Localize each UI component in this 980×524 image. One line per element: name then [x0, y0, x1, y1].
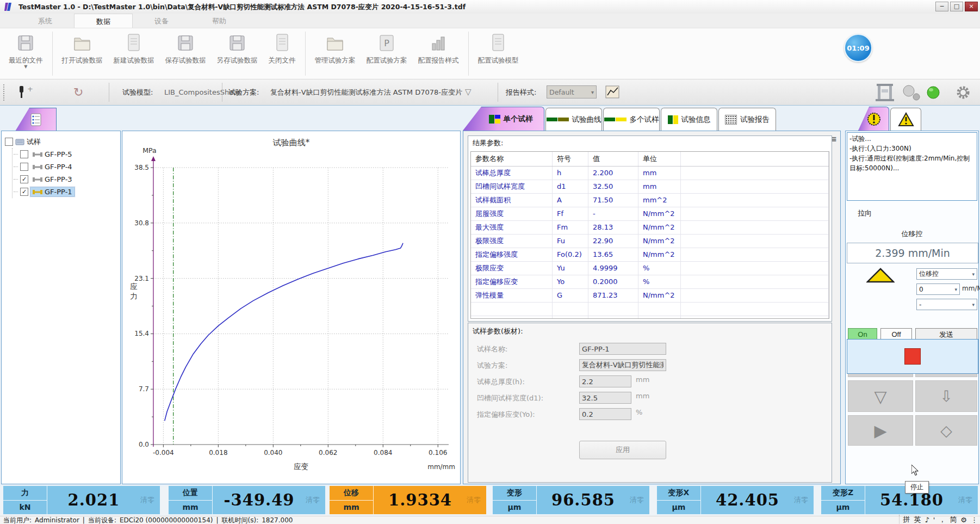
configure-model-button[interactable]: 配置试验模型: [473, 28, 524, 79]
chevron-down-icon: ▾: [954, 287, 957, 292]
clear-button[interactable]: 清零: [467, 486, 486, 514]
force-readout: 力kN 2.021 清零: [3, 486, 160, 514]
maximize-button[interactable]: □: [950, 2, 963, 11]
close-file-label: 关闭文件: [269, 56, 296, 65]
checkbox[interactable]: [5, 138, 13, 146]
clear-button[interactable]: 清零: [140, 486, 160, 514]
table-row[interactable]: 试棒总厚度h2.200mm: [471, 167, 829, 180]
checkbox[interactable]: [20, 163, 28, 171]
jog-down-button[interactable]: ⇩: [915, 380, 977, 412]
clear-button[interactable]: 清零: [630, 486, 649, 514]
toolbar-separator: [109, 83, 109, 102]
thickness-unit: mm: [636, 375, 649, 384]
close-button[interactable]: ×: [965, 2, 978, 11]
sample-scheme-label: 试验方案:: [477, 359, 507, 372]
report-style-chart-icon: [428, 33, 449, 53]
new-document-icon: [123, 33, 144, 53]
jog-fast-down-button[interactable]: ▽: [848, 380, 913, 412]
col-symbol: 符号: [553, 152, 588, 166]
refresh-icon[interactable]: ↻: [73, 79, 83, 105]
table-row[interactable]: 凹槽间试样宽度d132.50mm: [471, 180, 829, 194]
tab-test-info[interactable]: 试验信息: [661, 108, 717, 131]
test-curve-chart[interactable]: 0.07.715.423.130.838.5-0.0040.0180.0400.…: [122, 131, 460, 484]
ime-sound-icon[interactable]: ♪: [925, 516, 929, 524]
checkbox[interactable]: [20, 175, 28, 183]
tree-item-gf-pp-1[interactable]: GF-PP-1: [14, 186, 118, 198]
tab-test-report[interactable]: 试验报告: [718, 108, 776, 131]
width-field[interactable]: [579, 392, 631, 404]
ime-quote-icon[interactable]: ': [933, 516, 935, 524]
app-logo-icon: [4, 2, 14, 11]
jog-direction-icon[interactable]: [866, 267, 895, 283]
table-row[interactable]: 弹性模量G871.23N/mm^2: [471, 289, 829, 303]
table-row[interactable]: 屈服强度Ff-N/mm^2: [471, 207, 829, 221]
table-row[interactable]: 试样截面积A71.50mm^2: [471, 194, 829, 207]
clear-button[interactable]: 清零: [306, 486, 325, 514]
recent-files-button[interactable]: 最近的文件 ▼: [3, 28, 48, 79]
run-button[interactable]: ▶: [848, 415, 913, 446]
sample-scheme-field[interactable]: [579, 359, 666, 371]
report-preview-icon[interactable]: [605, 85, 621, 100]
tab-warnings[interactable]: [890, 108, 921, 131]
ime-english-icon[interactable]: 英: [914, 515, 921, 524]
report-style-select[interactable]: Default ▾: [547, 85, 597, 98]
table-row[interactable]: 极限强度Fu22.90N/mm^2: [471, 235, 829, 248]
manage-scheme-button[interactable]: 管理试验方案: [309, 28, 361, 79]
open-data-button[interactable]: 打开试验数据: [57, 28, 108, 79]
tree-root-row[interactable]: 试样: [5, 135, 118, 148]
tree-item-label: GF-PP-5: [45, 150, 72, 158]
filter-icon[interactable]: ▽: [465, 79, 472, 105]
table-row[interactable]: 指定偏移应变Yo0.2000%: [471, 275, 829, 289]
table-row[interactable]: 最大强度Fm28.13N/mm^2: [471, 221, 829, 235]
minimize-button[interactable]: ─: [935, 2, 948, 11]
menu-data[interactable]: 数据: [74, 14, 133, 28]
tree-item-gf-pp-3[interactable]: GF-PP-3: [14, 173, 118, 186]
settings-gear-icon[interactable]: [955, 84, 971, 101]
tree-item-gf-pp-4[interactable]: GF-PP-4: [14, 161, 118, 173]
test-log[interactable]: -试验... -执行:(入口力:300N) -执行:通用过程(控制速度:2mm/…: [847, 132, 977, 201]
ime-punct-icon[interactable]: ，: [939, 515, 946, 524]
ime-settings-icon[interactable]: ⚙: [960, 516, 967, 524]
new-data-button[interactable]: 新建试验数据: [108, 28, 160, 79]
apply-button[interactable]: 应用: [579, 441, 666, 459]
clear-button[interactable]: 清零: [794, 486, 814, 514]
stop-button[interactable]: [904, 348, 921, 365]
channel-name: 变形Z: [821, 486, 865, 501]
ime-pinyin-icon[interactable]: 拼: [903, 515, 910, 524]
return-center-button[interactable]: ◇: [915, 415, 977, 446]
configure-model-label: 配置试验模型: [478, 56, 519, 65]
checkbox[interactable]: [20, 188, 28, 196]
result-params-table[interactable]: 参数名称 符号 值 单位 试棒总厚度h2.200mm 凹槽间试样宽度d132.5…: [470, 151, 829, 319]
tree-item-gf-pp-5[interactable]: GF-PP-5: [14, 148, 118, 161]
ribbon-separator: [305, 32, 306, 76]
save-data-button[interactable]: 保存试验数据: [160, 28, 212, 79]
toolbar-grip-handle[interactable]: [3, 84, 5, 101]
connect-sensor-icon[interactable]: +: [16, 85, 38, 100]
offset-strain-field[interactable]: [579, 408, 631, 420]
tab-label: 试验曲线: [572, 115, 601, 125]
thickness-field[interactable]: [579, 375, 631, 387]
target-value-select[interactable]: 0 ▾: [916, 283, 960, 295]
control-mode-select[interactable]: 位移控 ▾: [916, 268, 977, 280]
table-row[interactable]: 极限应变Yu4.9999%: [471, 262, 829, 275]
menu-system[interactable]: 系统: [16, 14, 74, 28]
configure-scheme-button[interactable]: 配置试验方案: [361, 28, 413, 79]
ime-simplified-icon[interactable]: 简: [950, 515, 957, 524]
close-file-button[interactable]: 关闭文件: [263, 28, 301, 79]
clear-button[interactable]: 清零: [958, 486, 978, 514]
tab-test-curve[interactable]: 试验曲线: [545, 108, 602, 131]
aux-select[interactable]: - ▾: [916, 299, 977, 310]
save-as-button[interactable]: 另存试验数据: [212, 28, 263, 79]
configure-report-style-button[interactable]: 配置报告样式: [413, 28, 464, 79]
tab-multi-specimen[interactable]: 多个试样: [603, 108, 660, 131]
checkbox[interactable]: [20, 150, 28, 158]
sample-name-field[interactable]: [579, 343, 666, 355]
menu-device[interactable]: 设备: [133, 14, 190, 28]
specimen-icon: [33, 152, 42, 157]
table-row[interactable]: 指定偏移强度Fo(0.2)13.65N/mm^2: [471, 248, 829, 262]
direction-label: 拉向: [858, 208, 872, 218]
ime-more-icon[interactable]: ⋮: [971, 516, 978, 524]
menu-help[interactable]: 帮助: [190, 14, 248, 28]
machine-frame-icon[interactable]: [874, 83, 896, 102]
recent-files-icon: [15, 33, 36, 53]
